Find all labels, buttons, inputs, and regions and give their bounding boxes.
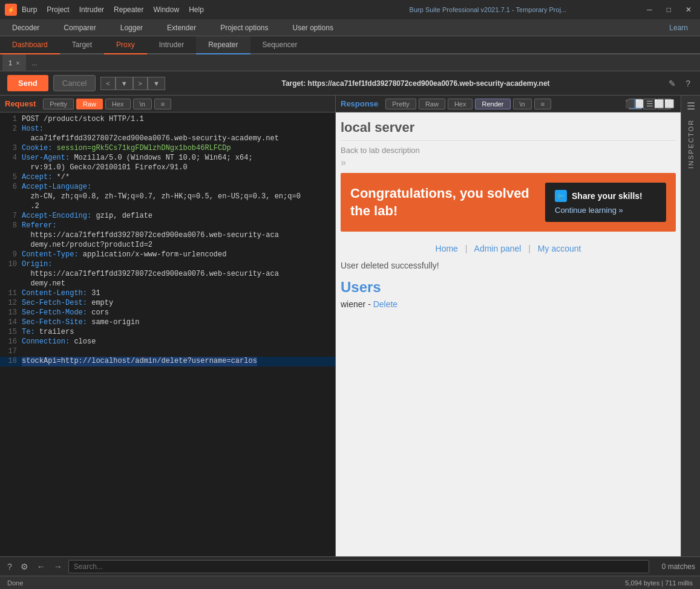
tab-close-icon[interactable]: × — [16, 59, 19, 67]
toolbar-logger[interactable]: Logger — [108, 19, 155, 36]
delete-user-link[interactable]: Delete — [373, 299, 397, 309]
code-line-3: 3 Cookie: session=gRk5Cs71kgFDWlzhDNgx1b… — [0, 144, 335, 154]
response-pretty-btn[interactable]: Pretty — [385, 99, 416, 109]
response-menu-btn[interactable]: ≡ — [534, 99, 551, 109]
nav-left-dropdown[interactable]: ▼ — [116, 77, 133, 90]
tab-repeater[interactable]: Repeater — [196, 36, 250, 54]
toolbar-project-options[interactable]: Project options — [208, 19, 280, 36]
maximize-button[interactable]: □ — [663, 5, 675, 14]
code-line-8c: demy.net/product?productId=2 — [0, 241, 335, 250]
code-line-12: 12 Sec-Fetch-Dest: empty — [0, 299, 335, 308]
congratulations-banner: Congratulations, you solved the lab! 🐦 S… — [341, 173, 676, 232]
code-line-15: 15 Te: trailers — [0, 328, 335, 337]
response-local-server: local server — [341, 117, 676, 141]
request-menu-btn[interactable]: ≡ — [154, 99, 171, 109]
titlebar: ⚡ Burp Project Intruder Repeater Window … — [0, 0, 700, 19]
close-button[interactable]: ✕ — [682, 5, 695, 14]
send-button[interactable]: Send — [7, 75, 48, 91]
request-raw-btn[interactable]: Raw — [76, 99, 103, 109]
response-back-link[interactable]: Back to lab description — [341, 146, 676, 155]
menu-repeater[interactable]: Repeater — [114, 5, 143, 14]
toolbar-learn[interactable]: Learn — [657, 19, 700, 36]
code-line-6c: .2 — [0, 202, 335, 212]
response-panel: Response Pretty Raw Hex Render \n ≡ ⬛⬜ ☰… — [336, 96, 681, 556]
response-panel-title: Response — [341, 99, 378, 108]
request-newline-btn[interactable]: \n — [133, 99, 152, 109]
code-line-13: 13 Sec-Fetch-Mode: cors — [0, 308, 335, 318]
code-line-7: 7 Accept-Encoding: gzip, deflate — [0, 212, 335, 221]
search-bar: ? ⚙ ← → 0 matches — [0, 556, 700, 576]
minimize-button[interactable]: ─ — [643, 5, 656, 14]
tab-sequencer[interactable]: Sequencer — [250, 36, 310, 54]
menu-burp[interactable]: Burp — [22, 5, 37, 14]
main-panels: Request Pretty Raw Hex \n ≡ 1 POST /prod… — [0, 96, 700, 556]
hamburger-icon[interactable]: ☰ — [687, 100, 695, 112]
response-panel-header: Response Pretty Raw Hex Render \n ≡ ⬛⬜ ☰… — [336, 96, 681, 112]
settings-icon-button[interactable]: ⚙ — [18, 561, 31, 573]
request-pretty-btn[interactable]: Pretty — [43, 99, 74, 109]
request-hex-btn[interactable]: Hex — [105, 99, 131, 109]
request-code-area[interactable]: 1 POST /product/stock HTTP/1.1 2 Host: a… — [0, 112, 335, 556]
edit-target-icon[interactable]: ✎ — [666, 76, 678, 91]
code-line-1: 1 POST /product/stock HTTP/1.1 — [0, 115, 335, 125]
menu-window[interactable]: Window — [153, 5, 179, 14]
nav-right-button[interactable]: > — [133, 77, 148, 90]
nav-buttons: < ▼ > ▼ — [100, 77, 165, 90]
response-user-row: wiener - Delete — [341, 298, 676, 310]
tab-dashboard[interactable]: Dashboard — [0, 36, 60, 54]
tab-number: 1 — [8, 59, 12, 67]
response-newline-btn[interactable]: \n — [513, 99, 532, 109]
status-right: 5,094 bytes | 711 millis — [625, 579, 693, 587]
toolbar-comparer[interactable]: Comparer — [51, 19, 108, 36]
toolbar-user-options[interactable]: User options — [281, 19, 345, 36]
toolbar-extender[interactable]: Extender — [155, 19, 208, 36]
layout-vertical-btn[interactable]: ⬜⬜ — [658, 99, 671, 109]
window-controls: ─ □ ✕ — [643, 5, 695, 14]
response-rendered-content: local server Back to lab description » C… — [336, 112, 681, 556]
code-line-6: 6 Accept-Language: — [0, 183, 335, 192]
response-raw-btn[interactable]: Raw — [419, 99, 445, 109]
menu-help[interactable]: Help — [189, 5, 204, 14]
code-line-6b: zh-CN, zh;q=0.8, zh-TW;q=0.7, zh-HK;q=0.… — [0, 192, 335, 202]
nav-left-button[interactable]: < — [100, 77, 115, 90]
request-panel-title: Request — [5, 99, 36, 108]
menu-project[interactable]: Project — [47, 5, 69, 14]
cancel-button[interactable]: Cancel — [53, 75, 96, 91]
code-line-14: 14 Sec-Fetch-Site: same-origin — [0, 318, 335, 328]
nav-account-link[interactable]: My account — [538, 244, 581, 253]
repeater-tab-1[interactable]: 1 × — [2, 54, 26, 71]
tab-target[interactable]: Target — [60, 36, 104, 54]
layout-split-btn[interactable]: ⬛⬜ — [629, 99, 642, 109]
search-back-button[interactable]: ← — [34, 561, 48, 573]
nav-right-dropdown[interactable]: ▼ — [148, 77, 165, 90]
repeater-tab-more[interactable]: ... — [26, 54, 44, 71]
tab-proxy[interactable]: Proxy — [104, 36, 147, 54]
response-nav: Home | Admin panel | My account — [341, 236, 676, 257]
code-line-4b: rv:91.0) Gecko/20100101 Firefox/91.0 — [0, 163, 335, 173]
status-left: Done — [7, 579, 23, 587]
code-line-5: 5 Accept: */* — [0, 173, 335, 183]
inspector-label: INSPECTOR — [687, 119, 695, 169]
code-line-11: 11 Content-Length: 31 — [0, 289, 335, 299]
nav-home-link[interactable]: Home — [436, 244, 458, 253]
share-btn-row[interactable]: 🐦 Share your skills! — [555, 190, 656, 202]
request-panel: Request Pretty Raw Hex \n ≡ 1 POST /prod… — [0, 96, 336, 556]
continue-learning-link[interactable]: Continue learning » — [555, 206, 656, 215]
nav-admin-link[interactable]: Admin panel — [474, 244, 522, 253]
tab-intruder[interactable]: Intruder — [147, 36, 196, 54]
top-toolbar: Decoder Comparer Logger Extender Project… — [0, 19, 700, 36]
response-render-btn[interactable]: Render — [475, 99, 510, 109]
menu-intruder[interactable]: Intruder — [79, 5, 104, 14]
search-input[interactable] — [68, 560, 649, 573]
twitter-icon: 🐦 — [555, 190, 567, 202]
toolbar-decoder[interactable]: Decoder — [0, 19, 51, 36]
help-icon[interactable]: ? — [683, 76, 693, 91]
response-users-title: Users — [341, 274, 676, 298]
search-forward-button[interactable]: → — [51, 561, 65, 573]
congrats-text: Congratulations, you solved the lab! — [350, 185, 535, 220]
response-hex-btn[interactable]: Hex — [448, 99, 473, 109]
repeater-subtab-bar: 1 × ... — [0, 54, 700, 71]
nav-separator-1: | — [465, 244, 468, 253]
help-circle-button[interactable]: ? — [5, 561, 15, 573]
send-bar: Send Cancel < ▼ > ▼ Target: https://aca7… — [0, 71, 700, 96]
